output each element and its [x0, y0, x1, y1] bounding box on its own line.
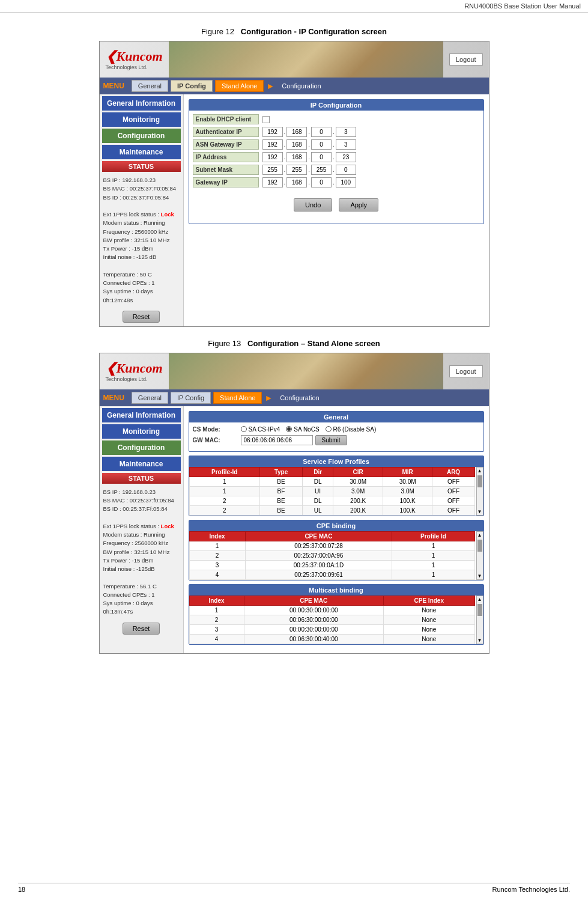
nav-config-label: Configuration	[277, 81, 326, 91]
ip-config-panel: IP Configuration Enable DHCP client Auth…	[189, 99, 484, 224]
logout2-button[interactable]: Logout	[449, 365, 483, 377]
sidebar2-maintenance[interactable]: Maintenance	[102, 457, 181, 471]
mc-col-cpe-index: CPE Index	[383, 596, 474, 605]
asn-gw-oct2[interactable]	[286, 139, 307, 150]
col-arq: ARQ	[432, 467, 474, 477]
ip-addr-row: IP Address . . .	[193, 152, 480, 162]
radio-sa-nocs[interactable]	[286, 426, 292, 432]
table-row: 300:00:30:00:00:00None	[189, 624, 474, 634]
gw-ip-oct2[interactable]	[286, 177, 307, 187]
table-row: 200:25:37:00:0A:961	[189, 550, 474, 560]
cs-mode-sa-nocs[interactable]: SA NoCS	[286, 426, 319, 433]
status-cpes: Connected CPEs : 1	[103, 279, 180, 287]
table-row: 2BEUL200.K100.KOFF	[189, 505, 474, 515]
gw-ip-oct3[interactable]	[311, 177, 332, 187]
sidebar-configuration[interactable]: Configuration	[102, 129, 181, 143]
status2-freq: Frequency : 2560000 kHz	[103, 539, 180, 547]
submit-button[interactable]: Submit	[315, 435, 347, 445]
reset2-button[interactable]: Reset	[123, 623, 160, 635]
cs-mode-sa-nocs-label: SA NoCS	[294, 426, 319, 433]
ip-addr-oct3[interactable]	[311, 152, 332, 162]
table-row: 300:25:37:00:0A:1D1	[189, 560, 474, 570]
screen1-nav: MENU General IP Config Stand Alone ► Con…	[100, 78, 489, 94]
auth-ip-oct3[interactable]	[311, 127, 332, 137]
status-noise: Initial noise : -125 dB	[103, 253, 180, 261]
nav2-tab-ipconfig[interactable]: IP Config	[171, 392, 211, 404]
subnet-oct4[interactable]	[336, 165, 356, 175]
cpe-scroll-up-icon[interactable]: ▲	[477, 532, 483, 538]
subnet-oct2[interactable]	[286, 165, 307, 175]
nav2-tab-standalone[interactable]: Stand Alone	[213, 392, 262, 404]
screen1-body: General Information Monitoring Configura…	[100, 94, 489, 326]
gw-ip-oct1[interactable]	[262, 177, 283, 187]
reset-button[interactable]: Reset	[123, 311, 160, 323]
cpe-scrollbar[interactable]: ▲ ▼	[476, 531, 483, 580]
nav-tab-standalone[interactable]: Stand Alone	[215, 80, 264, 92]
auth-ip-oct4[interactable]	[336, 127, 356, 137]
service-flow-scrollbar[interactable]: ▲ ▼	[476, 467, 483, 516]
cs-mode-r6[interactable]: R6 (Disable SA)	[326, 426, 377, 433]
sidebar-monitoring[interactable]: Monitoring	[102, 112, 181, 127]
sidebar-general-info[interactable]: General Information	[102, 96, 181, 111]
auth-ip-oct2[interactable]	[286, 127, 307, 137]
table-cell: 1	[392, 570, 474, 579]
mc-scroll-down-icon[interactable]: ▼	[477, 637, 483, 644]
sidebar2-monitoring[interactable]: Monitoring	[102, 424, 181, 439]
mc-scrollbar[interactable]: ▲ ▼	[476, 596, 483, 644]
scroll-down-icon[interactable]: ▼	[477, 508, 483, 515]
col-dir: Dir	[302, 467, 333, 477]
logo2-sub: Technologies Ltd.	[106, 376, 163, 382]
table-cell: 00:25:37:00:0A:1D	[245, 560, 392, 570]
dhcp-label: Enable DHCP client	[193, 114, 259, 124]
status-freq: Frequency : 2560000 kHz	[103, 228, 180, 236]
subnet-oct1[interactable]	[262, 165, 283, 175]
apply-button[interactable]: Apply	[339, 198, 378, 212]
scroll-up-icon[interactable]: ▲	[477, 468, 483, 474]
figure13-title: Configuration – Stand Alone screen	[247, 339, 380, 348]
table-cell: 1	[189, 486, 259, 496]
figure13-prefix: Figure 13	[208, 339, 241, 348]
general-section-body: CS Mode: SA CS-IPv4 SA NoCS	[189, 422, 483, 451]
asn-gw-oct4[interactable]	[336, 139, 356, 150]
ip-addr-label: IP Address	[193, 152, 259, 162]
asn-gw-oct1[interactable]	[262, 139, 283, 150]
screen2-main: General CS Mode: SA CS-IPv4	[184, 406, 489, 653]
sidebar-maintenance[interactable]: Maintenance	[102, 145, 181, 159]
sidebar2-configuration[interactable]: Configuration	[102, 440, 181, 455]
subnet-oct3[interactable]	[311, 165, 332, 175]
sidebar2-general-info[interactable]: General Information	[102, 408, 181, 422]
dhcp-checkbox[interactable]	[262, 116, 270, 123]
status-bs-id: BS ID : 00:25:37:F0:05:84	[103, 194, 180, 202]
status-tx: Tx Power : -15 dBm	[103, 245, 180, 253]
table-cell: 200.K	[333, 505, 383, 515]
screen1-container: ❮Kuncom Technologies Ltd. Logout MENU Ge…	[99, 41, 489, 327]
auth-ip-oct1[interactable]	[262, 127, 283, 137]
scroll-thumb	[477, 475, 482, 487]
nav2-tab-general[interactable]: General	[132, 392, 168, 404]
cpe-binding-title: CPE binding	[189, 520, 483, 531]
cpe-binding-table: Index CPE MAC Profile Id 100:25:37:00:07…	[189, 531, 475, 580]
nav-tab-ipconfig[interactable]: IP Config	[171, 80, 213, 92]
dot3: .	[333, 129, 335, 135]
cs-mode-sa-cs-ipv4[interactable]: SA CS-IPv4	[241, 426, 280, 433]
undo-button[interactable]: Undo	[294, 198, 332, 212]
ip-addr-oct4[interactable]	[336, 152, 356, 162]
radio-r6[interactable]	[326, 426, 332, 432]
cpe-scroll-down-icon[interactable]: ▼	[477, 573, 483, 579]
table-cell: 00:25:37:00:09:61	[245, 570, 392, 579]
table-cell: 30.0M	[333, 477, 383, 486]
asn-gw-oct3[interactable]	[311, 139, 332, 150]
table-cell: BF	[259, 486, 302, 496]
ip-addr-oct2[interactable]	[286, 152, 307, 162]
cs-mode-sa-cs-ipv4-label: SA CS-IPv4	[249, 426, 280, 433]
radio-sa-cs-ipv4[interactable]	[241, 426, 247, 432]
ip-addr-oct1[interactable]	[262, 152, 283, 162]
status2-bs-ip: BS IP : 192.168.0.23	[103, 488, 180, 496]
mc-scroll-up-icon[interactable]: ▲	[477, 596, 483, 603]
figure12-caption: Figure 12 Configuration - IP Configurati…	[18, 27, 570, 36]
subnet-label: Subnet Mask	[193, 165, 259, 175]
gw-ip-oct4[interactable]	[336, 177, 356, 187]
nav-tab-general[interactable]: General	[132, 80, 168, 92]
gw-mac-input[interactable]	[241, 435, 313, 445]
logout-button[interactable]: Logout	[449, 53, 483, 66]
